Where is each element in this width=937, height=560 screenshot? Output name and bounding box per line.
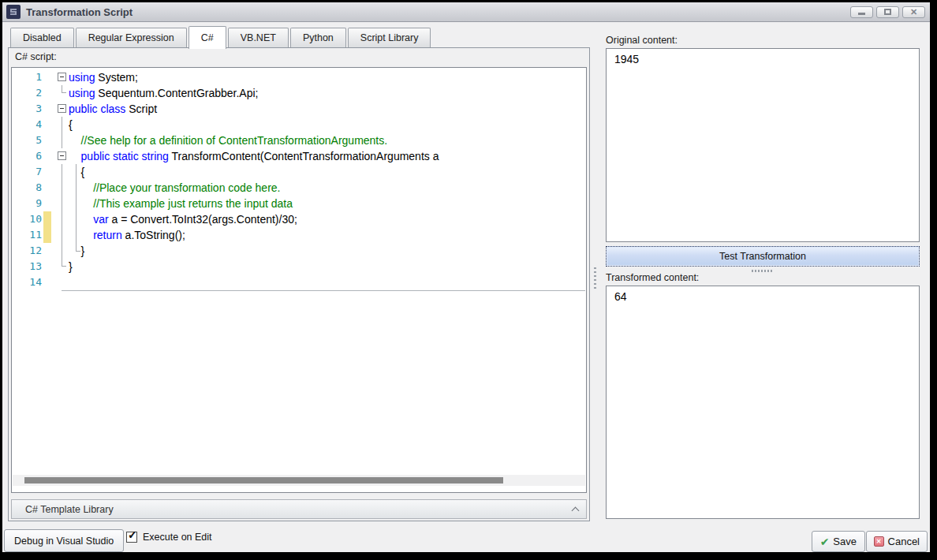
vertical-splitter-grip[interactable] (594, 267, 596, 291)
code-plain (69, 181, 93, 194)
tab-script-library[interactable]: Script Library (348, 28, 431, 47)
code-text: } (69, 259, 73, 274)
fold-margin-cell (51, 227, 69, 243)
fold-line (62, 180, 62, 196)
code-keyword: public static string (81, 150, 169, 162)
cancel-x-icon: ✕ (874, 536, 884, 547)
original-content-value: 1945 (614, 53, 639, 65)
save-button[interactable]: ✔ Save (812, 531, 865, 552)
fold-collapse-box-icon[interactable] (58, 73, 66, 81)
code-plain (69, 150, 81, 162)
code-text: public static string TransformContent(Co… (69, 148, 439, 164)
maximize-button[interactable] (876, 6, 899, 18)
window-title: Transformation Script (26, 6, 133, 18)
code-plain: Sequentum.ContentGrabber.Api; (95, 87, 258, 99)
code-plain (69, 213, 93, 226)
minimize-button[interactable] (850, 6, 873, 18)
code-line: 10 var a = Convert.ToInt32(args.Content)… (13, 211, 585, 227)
line-number: 7 (13, 164, 42, 180)
chevron-up-icon (572, 506, 580, 514)
code-plain: a = Convert.ToInt32(args.Content)/30; (109, 213, 297, 226)
tab-vb-net[interactable]: VB.NET (228, 28, 289, 47)
code-plain: Script (125, 103, 157, 115)
code-plain: TransformContent(ContentTransformationAr… (169, 150, 439, 162)
code-keyword: using (69, 71, 95, 84)
tab-regular-expression[interactable]: Regular Expression (76, 28, 187, 47)
template-library-bar[interactable]: C# Template Library (11, 499, 587, 519)
code-line: 9 //This example just returns the input … (13, 196, 585, 211)
script-label: C# script: (15, 51, 57, 62)
debug-button-label: Debug in Visual Studio (14, 536, 114, 547)
transformation-script-dialog: Transformation Script ✕ DisabledRegular … (2, 2, 930, 552)
debug-in-visual-studio-button[interactable]: Debug in Visual Studio (4, 529, 124, 552)
transformed-content-label: Transformed content: (606, 272, 699, 283)
code-line: 11 return a.ToString(); (13, 227, 585, 243)
code-plain: a.ToString(); (122, 229, 185, 241)
code-editor[interactable]: 1using System;2using Sequentum.ContentGr… (11, 67, 587, 493)
line-number: 5 (13, 133, 42, 148)
code-comment: //See help for a definition of ContentTr… (81, 134, 388, 147)
code-line: 7 { (13, 164, 585, 180)
fold-collapse-box-icon[interactable] (58, 151, 66, 160)
fold-margin-cell (51, 101, 69, 117)
code-text: { (69, 164, 84, 180)
fold-margin-cell (51, 69, 69, 85)
tab-disabled[interactable]: Disabled (10, 28, 74, 47)
code-text: //See help for a definition of ContentTr… (69, 133, 387, 148)
code-line: 5 //See help for a definition of Content… (13, 133, 585, 148)
line-number: 1 (13, 69, 42, 85)
code-line: 3public class Script (13, 101, 585, 117)
close-button[interactable]: ✕ (902, 6, 925, 18)
minimize-icon (858, 13, 865, 15)
fold-collapse-box-icon[interactable] (58, 104, 66, 113)
fold-line (62, 243, 62, 259)
original-content-label: Original content: (606, 35, 678, 46)
horizontal-scrollbar[interactable] (13, 475, 585, 486)
fold-margin-cell (51, 164, 69, 180)
code-text: //Place your transformation code here. (69, 180, 280, 196)
fold-margin-cell (51, 117, 69, 133)
code-plain: { (69, 166, 84, 178)
execute-on-edit-checkbox[interactable]: ✓ (126, 532, 137, 543)
caret-line-indicator (62, 290, 585, 291)
code-keyword: return (93, 229, 122, 241)
fold-margin-cell (51, 196, 69, 211)
original-content-box[interactable]: 1945 (606, 48, 920, 242)
code-text: //This example just returns the input da… (69, 196, 293, 211)
fold-line (62, 211, 62, 227)
fold-structure-line (76, 164, 77, 251)
line-number: 11 (13, 227, 42, 243)
line-marker (43, 180, 51, 196)
code-text: using Sequentum.ContentGrabber.Api; (69, 85, 259, 101)
tab-c[interactable]: C# (189, 26, 226, 49)
transformed-content-box[interactable]: 64 (606, 286, 920, 519)
horizontal-splitter-grip[interactable] (752, 270, 772, 272)
line-marker (43, 117, 51, 133)
line-number: 14 (13, 274, 42, 290)
save-button-label: Save (833, 536, 857, 547)
code-line: 6 public static string TransformContent(… (13, 148, 585, 164)
code-plain (69, 197, 93, 210)
code-line: 8 //Place your transformation code here. (13, 180, 585, 196)
cancel-button[interactable]: ✕ Cancel (866, 531, 928, 552)
fold-line (62, 227, 62, 243)
tab-python[interactable]: Python (290, 28, 346, 47)
line-marker (43, 133, 51, 148)
code-keyword: using (69, 87, 95, 99)
code-lines: 1using System;2using Sequentum.ContentGr… (13, 69, 585, 473)
fold-margin-cell (51, 243, 69, 259)
script-type-tabs: DisabledRegular ExpressionC#VB.NETPython… (10, 26, 432, 47)
line-marker (43, 164, 51, 180)
test-transformation-button[interactable]: Test Transformation (606, 246, 920, 267)
line-number: 13 (13, 259, 42, 274)
code-keyword: public class (69, 103, 125, 115)
line-marker (43, 259, 51, 274)
code-text: var a = Convert.ToInt32(args.Content)/30… (69, 211, 297, 227)
title-bar[interactable]: Transformation Script ✕ (2, 2, 930, 22)
code-line: 1using System; (13, 69, 585, 85)
code-plain: } (69, 260, 73, 273)
line-number: 4 (13, 117, 42, 133)
horizontal-scrollbar-thumb[interactable] (24, 477, 503, 483)
code-plain: System; (95, 71, 137, 84)
code-keyword: var (93, 213, 108, 226)
